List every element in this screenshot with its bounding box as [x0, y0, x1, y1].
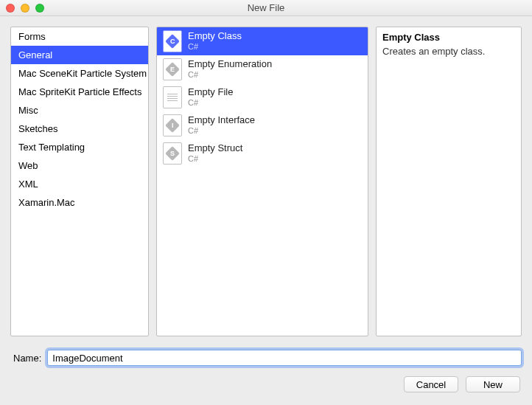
category-item[interactable]: Web [11, 156, 148, 175]
template-language: C# [188, 98, 233, 108]
details-title: Empty Class [382, 32, 515, 43]
new-button[interactable]: New [466, 376, 520, 392]
template-name: Empty File [188, 87, 233, 98]
template-item[interactable]: SEmpty StructC# [157, 139, 368, 167]
category-item[interactable]: Text Templating [11, 138, 148, 156]
template-name: Empty Class [188, 31, 242, 42]
cancel-button[interactable]: Cancel [404, 376, 458, 392]
template-text: Empty EnumerationC# [188, 59, 272, 80]
panels-row: FormsGeneralMac SceneKit Particle System… [10, 27, 522, 336]
template-text: Empty StructC# [188, 143, 242, 164]
category-item[interactable]: General [11, 46, 148, 64]
template-name: Empty Interface [188, 115, 255, 126]
name-input[interactable] [47, 350, 522, 366]
template-file-icon: I [163, 114, 182, 136]
window-controls [6, 4, 44, 13]
template-language: C# [188, 154, 242, 164]
category-item[interactable]: Xamarin.Mac [11, 193, 148, 212]
template-name: Empty Struct [188, 143, 242, 154]
name-row: Name: [10, 350, 522, 366]
category-item[interactable]: Mac SpriteKit Particle Effects [11, 83, 148, 101]
dialog-content: FormsGeneralMac SceneKit Particle System… [0, 16, 532, 405]
template-item[interactable]: CEmpty ClassC# [157, 27, 368, 55]
category-item[interactable]: Mac SceneKit Particle System [11, 64, 148, 83]
details-panel: Empty Class Creates an empty class. [376, 27, 522, 336]
template-file-icon: S [163, 142, 182, 165]
category-list: FormsGeneralMac SceneKit Particle System… [11, 27, 148, 212]
template-text: Empty InterfaceC# [188, 115, 255, 136]
template-panel: CEmpty ClassC#EEmpty EnumerationC#Empty … [156, 27, 368, 336]
zoom-window-button[interactable] [35, 4, 44, 13]
template-item[interactable]: Empty FileC# [157, 83, 368, 111]
close-window-button[interactable] [6, 4, 15, 13]
category-item[interactable]: Forms [11, 27, 148, 46]
category-item[interactable]: XML [11, 175, 148, 193]
category-item[interactable]: Sketches [11, 120, 148, 138]
minimize-window-button[interactable] [21, 4, 29, 13]
name-label: Name: [10, 353, 41, 364]
template-item[interactable]: IEmpty InterfaceC# [157, 111, 368, 139]
details-description: Creates an empty class. [382, 46, 515, 57]
category-item[interactable]: Misc [11, 101, 148, 120]
template-item[interactable]: EEmpty EnumerationC# [157, 55, 368, 83]
template-language: C# [188, 126, 255, 136]
template-text: Empty ClassC# [188, 31, 242, 52]
template-list: CEmpty ClassC#EEmpty EnumerationC#Empty … [157, 27, 368, 167]
template-file-icon: C [163, 30, 182, 52]
template-file-icon [163, 86, 182, 108]
template-file-icon: E [163, 58, 182, 80]
template-text: Empty FileC# [188, 87, 233, 108]
window-title: New File [248, 2, 285, 13]
button-row: Cancel New [10, 376, 522, 392]
template-name: Empty Enumeration [188, 59, 272, 70]
category-panel: FormsGeneralMac SceneKit Particle System… [10, 27, 149, 336]
titlebar: New File [0, 0, 532, 16]
template-language: C# [188, 42, 242, 52]
template-language: C# [188, 70, 272, 80]
